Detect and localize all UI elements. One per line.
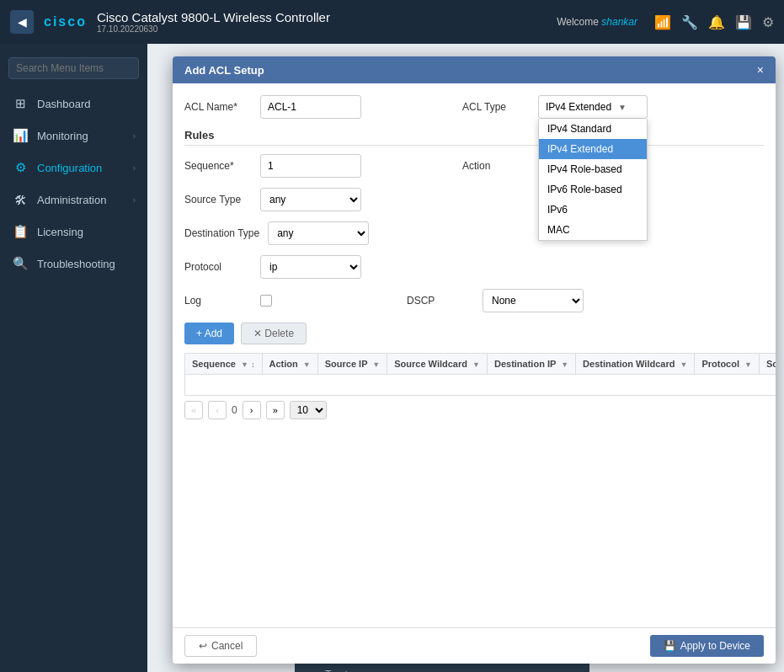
- prev-page-button[interactable]: ‹: [208, 401, 227, 419]
- sidebar-item-administration[interactable]: 🛠 Administration ›: [0, 184, 147, 216]
- sequence-action-row: Sequence* Action: [184, 154, 764, 178]
- source-type-row: Source Type any: [184, 188, 764, 211]
- sidebar-item-dashboard[interactable]: ⊞ Dashboard: [0, 88, 147, 120]
- acl-type-dropdown-list: IPv4 Standard IPv4 Extended IPv4 Role-ba…: [538, 119, 648, 241]
- protocol-select[interactable]: ip: [260, 255, 361, 279]
- header-username: shankar: [601, 16, 637, 28]
- dscp-label: DSCP: [407, 295, 474, 307]
- sequence-label: Sequence*: [184, 160, 252, 172]
- sequence-sort-icon[interactable]: ↕: [251, 360, 255, 369]
- col-source-wildcard: Source Wildcard ▼: [387, 354, 488, 375]
- sidebar: ⊞ Dashboard 📊 Monitoring › ⚙ Configurati…: [0, 44, 147, 672]
- acl-setup-dialog: Add ACL Setup × ACL Name* ACL Type: [173, 56, 776, 664]
- dscp-group: DSCP None: [407, 289, 584, 312]
- acl-type-group: ACL Type IPv4 Extended ▼ IPv4 Standard I…: [462, 95, 648, 119]
- destination-type-label: Destination Type: [184, 227, 259, 239]
- menu-item-trustsec[interactable]: Trustsec: [295, 665, 442, 672]
- action-filter-icon[interactable]: ▼: [303, 360, 311, 369]
- protocol-row: Protocol ip: [184, 255, 764, 279]
- per-page-select[interactable]: 10 25 50: [290, 401, 327, 419]
- licensing-icon: 📋: [12, 223, 29, 240]
- sidebar-item-troubleshooting[interactable]: 🔍 Troubleshooting: [0, 248, 147, 280]
- source-type-select[interactable]: any: [260, 188, 361, 211]
- log-label: Log: [184, 295, 252, 307]
- acl-name-label: ACL Name*: [184, 101, 252, 113]
- sequence-group: Sequence*: [184, 154, 361, 178]
- col-action: Action ▼: [262, 354, 317, 375]
- dialog-footer: ↩ Cancel 💾 Apply to Device: [173, 627, 776, 664]
- cisco-logo-text: cisco: [44, 14, 87, 29]
- log-group: Log: [184, 295, 272, 307]
- alert-icon[interactable]: 🔔: [708, 14, 725, 30]
- source-wildcard-filter-icon[interactable]: ▼: [472, 360, 480, 369]
- chevron-right-icon: ›: [133, 195, 136, 205]
- sequence-filter-icon[interactable]: ▼: [241, 360, 248, 369]
- dialog-body: ACL Name* ACL Type IPv4 Extended ▼: [173, 83, 776, 627]
- source-type-label: Source Type: [184, 194, 252, 205]
- protocol-label: Protocol: [184, 261, 252, 273]
- pagination: « ‹ 0 › » 10 25 50: [184, 396, 764, 424]
- destination-type-group: Destination Type any: [184, 221, 369, 245]
- acl-name-row: ACL Name* ACL Type IPv4 Extended ▼: [184, 95, 764, 119]
- dropdown-arrow-icon: ▼: [618, 103, 627, 112]
- sidebar-item-label: Licensing: [37, 226, 83, 238]
- option-mac[interactable]: MAC: [539, 220, 647, 240]
- option-ipv6[interactable]: IPv6: [539, 200, 647, 220]
- option-ipv4-standard[interactable]: IPv4 Standard: [539, 119, 647, 139]
- acl-type-label: ACL Type: [462, 101, 530, 113]
- configuration-icon: ⚙: [12, 159, 29, 176]
- sidebar-item-configuration[interactable]: ⚙ Configuration ›: [0, 152, 147, 184]
- wifi-icon[interactable]: 📶: [654, 14, 671, 30]
- next-page-button[interactable]: ›: [243, 401, 261, 419]
- destination-type-select[interactable]: any: [268, 221, 369, 245]
- option-ipv4-role-based[interactable]: IPv4 Role-based: [539, 159, 647, 179]
- workspace: 🔌 Interface Logical Ethernet Wireless 🔗: [147, 44, 784, 672]
- sidebar-item-monitoring[interactable]: 📊 Monitoring ›: [0, 120, 147, 152]
- monitoring-icon: 📊: [12, 127, 29, 144]
- first-page-button[interactable]: «: [184, 401, 203, 419]
- cisco-logo: cisco: [44, 14, 87, 29]
- acl-name-input[interactable]: [260, 95, 361, 119]
- delete-rule-button[interactable]: ✕ Delete: [241, 323, 307, 344]
- dialog-title: Add ACL Setup: [184, 64, 264, 77]
- sidebar-item-label: Monitoring: [37, 130, 88, 142]
- current-page: 0: [232, 404, 237, 416]
- option-ipv4-extended[interactable]: IPv4 Extended: [539, 139, 647, 159]
- dialog-close-button[interactable]: ×: [757, 63, 764, 77]
- troubleshooting-icon: 🔍: [12, 255, 29, 272]
- action-label: Action: [462, 160, 530, 172]
- app-title-area: Cisco Catalyst 9800-L Wireless Controlle…: [97, 10, 330, 34]
- protocol-filter-icon[interactable]: ▼: [744, 360, 752, 369]
- top-header: ◀ cisco Cisco Catalyst 9800-L Wireless C…: [0, 0, 784, 44]
- dscp-select[interactable]: None: [483, 289, 584, 312]
- destination-ip-filter-icon[interactable]: ▼: [561, 360, 568, 369]
- last-page-button[interactable]: »: [266, 401, 285, 419]
- cancel-icon: ↩: [199, 640, 207, 652]
- sidebar-item-licensing[interactable]: 📋 Licensing: [0, 216, 147, 248]
- back-button[interactable]: ◀: [10, 10, 34, 34]
- rules-table-container: Sequence ▼ ↕ Action ▼ So: [184, 353, 764, 396]
- log-checkbox[interactable]: [260, 295, 272, 307]
- cancel-button[interactable]: ↩ Cancel: [184, 635, 257, 657]
- source-ip-filter-icon[interactable]: ▼: [372, 360, 380, 369]
- destination-wildcard-filter-icon[interactable]: ▼: [680, 360, 687, 369]
- settings-icon[interactable]: ⚙: [762, 14, 774, 30]
- no-items-text: No items to display: [185, 375, 776, 396]
- source-type-group: Source Type any: [184, 188, 361, 211]
- header-icons: 📶 🔧 🔔 💾 ⚙: [654, 14, 774, 30]
- sequence-input[interactable]: [260, 154, 361, 178]
- col-protocol: Protocol ▼: [695, 354, 760, 375]
- add-rule-button[interactable]: + Add: [184, 323, 234, 344]
- acl-type-dropdown[interactable]: IPv4 Extended ▼ IPv4 Standard IPv4 Exten…: [538, 95, 648, 119]
- apply-to-device-button[interactable]: 💾 Apply to Device: [650, 635, 764, 657]
- table-header-row: Sequence ▼ ↕ Action ▼ So: [185, 354, 776, 375]
- acl-type-dropdown-btn[interactable]: IPv4 Extended ▼: [538, 95, 648, 119]
- save-icon[interactable]: 💾: [735, 14, 752, 30]
- tool-icon[interactable]: 🔧: [681, 14, 698, 30]
- option-ipv6-role-based[interactable]: IPv6 Role-based: [539, 179, 647, 200]
- app-title: Cisco Catalyst 9800-L Wireless Controlle…: [97, 10, 330, 24]
- search-input[interactable]: [8, 57, 139, 79]
- app-version: 17.10.20220630: [97, 24, 330, 34]
- col-source-ip: Source IP ▼: [317, 354, 387, 375]
- protocol-group: Protocol ip: [184, 255, 361, 279]
